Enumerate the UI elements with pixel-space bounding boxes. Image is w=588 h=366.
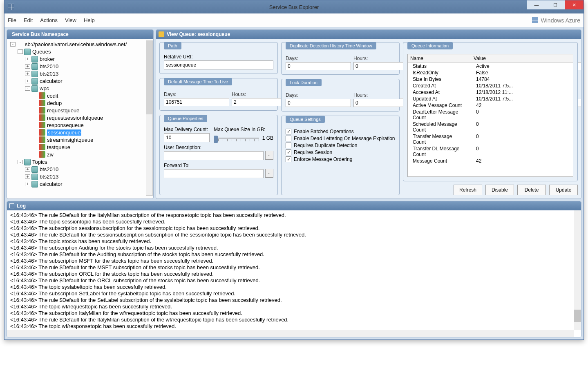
relative-uri-input[interactable] [164,60,273,69]
settings-group: Queue Settings ✓Enable Batched Operation… [281,116,400,195]
delete-button[interactable]: Delete [517,185,546,195]
azure-icon [532,17,539,24]
menu-actions[interactable]: Actions [40,17,58,23]
setting-4[interactable]: ✓Enforce Message Ordering [286,156,395,162]
info-row: DeadLetter Message Count0 [408,109,573,121]
tree-node-requestqueue[interactable]: requestqueue [8,107,152,114]
user-desc-browse[interactable]: .. [265,151,273,160]
expander-icon[interactable]: - [18,49,23,54]
tree-node-topics[interactable]: -Topics [8,158,152,165]
refresh-button[interactable]: Refresh [454,185,482,195]
lock-row-0[interactable] [286,99,351,107]
ico-q-icon [39,136,45,143]
tree-node-dedup[interactable]: dedup [8,99,152,107]
info-row: Scheduled Message Count0 [408,121,573,133]
tree-scrollbar[interactable] [146,40,153,196]
log-line: <16:43:46> The subscription Auditing for… [10,245,578,251]
app-window: Service Bus Explorer — ☐ ✕ File Edit Act… [4,0,584,340]
ico-folder-icon [31,71,38,77]
expander-icon[interactable]: - [18,160,23,164]
user-desc-input[interactable] [164,151,264,160]
ico-q-icon [39,122,45,128]
log-line: <16:43:46> The subscription MSFT for the… [10,258,578,264]
ico-folder-icon [31,78,38,85]
menu-view[interactable]: View [65,17,76,23]
ico-folder-icon [31,166,38,173]
setting-0[interactable]: ✓Enable Batched Operations [286,129,395,134]
expander-icon[interactable]: - [10,42,16,47]
minimize-button[interactable]: — [527,0,546,9]
info-row: IsReadOnlyFalse [408,69,573,76]
menu-help[interactable]: Help [84,17,95,23]
expander-icon[interactable]: + [25,71,30,76]
tree-node-bts2013[interactable]: +bts2013 [8,70,152,77]
ico-q-icon [39,107,45,114]
tree-node-bts2010[interactable]: +bts2010 [8,62,152,70]
tree-node-bts2010[interactable]: +bts2010 [8,165,152,173]
menu-file[interactable]: File [8,17,16,23]
log-output[interactable]: <16:43:46> The rule $Default for the Ita… [7,210,581,337]
log-line: <16:43:46> The subscription sessionsubsc… [10,225,578,232]
setting-3[interactable]: ✓Requires Session [286,150,395,155]
expander-icon[interactable]: + [25,64,30,69]
checkbox-icon[interactable]: ✓ [286,156,291,162]
forward-browse[interactable]: .. [265,169,273,178]
dup-row-0[interactable] [286,62,351,70]
tree-node-queues[interactable]: -Queues [8,48,152,55]
setting-1[interactable]: Enable Dead Lettering On Message Expirat… [286,136,395,141]
tree-node-ziv[interactable]: ziv [8,151,152,158]
expander-icon[interactable]: + [25,79,30,83]
update-button[interactable]: Update [549,185,578,195]
tree-node-wpc[interactable]: -wpc [8,85,152,92]
ico-q-icon [39,151,45,158]
checkbox-icon[interactable]: ✓ [286,129,291,134]
titlebar[interactable]: Service Bus Explorer — ☐ ✕ [4,0,584,13]
expander-icon[interactable]: + [25,174,30,179]
tree-node-responsequeue[interactable]: responsequeue [8,121,152,129]
log-scrollbar-h[interactable] [7,330,574,337]
disable-button[interactable]: Disable [485,185,514,195]
ttl-row-0[interactable] [164,98,229,106]
log-line: <16:43:46> The topic wf/responsetopic ha… [10,323,578,330]
info-row: Transfer Message Count0 [408,133,573,145]
expander-icon[interactable]: + [25,167,30,172]
maximize-button[interactable]: ☐ [546,0,565,9]
tree-node-broker[interactable]: +broker [8,55,152,62]
log-pane: Log <16:43:46> The rule $Default for the… [7,201,581,337]
lock-group: Lock Duration Days:Hours:Minutes:Seconds… [281,79,400,112]
ico-q-icon [39,100,45,106]
max-size-slider[interactable] [214,134,259,142]
tree-node-requestsessionfulqueue[interactable]: requestsessionfulqueue [8,114,152,121]
log-scrollbar-v[interactable] [574,210,581,330]
checkbox-icon[interactable] [286,143,291,148]
tree-node-codit[interactable]: codit [8,92,152,99]
ico-q-icon [39,129,45,136]
info-row: Created At10/18/2011 7:5... [408,83,573,89]
max-delivery-input[interactable] [164,133,210,142]
setting-2[interactable]: Requires Duplicate Detection [286,143,395,148]
tree-node-calculator[interactable]: +calculator [8,77,152,85]
checkbox-icon[interactable] [286,136,291,141]
expander-icon[interactable]: - [25,86,30,91]
close-button[interactable]: ✕ [565,0,584,9]
log-line: <16:43:46> The rule $Default for the Ita… [10,317,578,323]
tree-node-streaminsightqueue[interactable]: streaminsightqueue [8,136,152,143]
log-line: <16:43:46> The topic stocks has been suc… [10,238,578,245]
tree-node-sb---paolosalvatori-servicebus-windows-net-[interactable]: -sb://paolosalvatori.servicebus.windows.… [8,40,152,48]
ico-folder-icon [24,49,31,55]
log-line: <16:43:46> The rule $Default for the Ita… [10,212,578,219]
expander-icon[interactable]: + [25,57,30,61]
checkbox-icon[interactable]: ✓ [286,150,291,155]
log-icon [9,203,14,208]
tree-node-testqueue[interactable]: testqueue [8,143,152,151]
tree-node-sessionqueue[interactable]: sessionqueue [8,129,152,136]
log-line: <16:43:46> The subscription ORCL for the… [10,271,578,277]
expander-icon[interactable]: + [25,182,30,186]
ico-folder-icon [31,181,38,187]
menu-edit[interactable]: Edit [24,17,33,23]
tree-node-calculator[interactable]: +calculator [8,180,152,187]
tree-node-bts2013[interactable]: +bts2013 [8,173,152,180]
log-line: <16:43:46> The subscription SetLabel for… [10,290,578,297]
namespace-tree[interactable]: -sb://paolosalvatori.servicebus.windows.… [7,39,153,199]
forward-to-input[interactable] [164,169,264,178]
